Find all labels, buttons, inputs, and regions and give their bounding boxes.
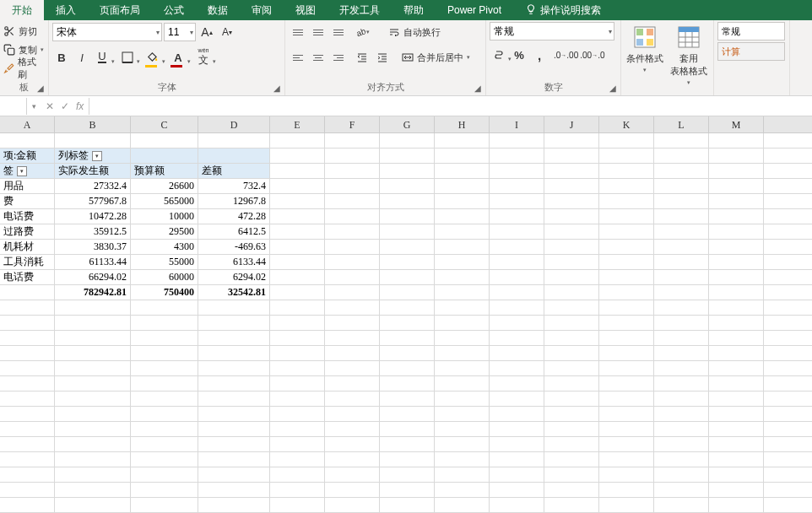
cell[interactable] [270, 240, 325, 254]
cell[interactable] [435, 392, 490, 406]
cell[interactable] [544, 407, 599, 421]
cell[interactable] [0, 331, 55, 345]
underline-button[interactable]: U▾ [93, 48, 111, 67]
cell[interactable] [0, 392, 55, 406]
align-dialog-launcher[interactable]: ◢ [472, 82, 484, 94]
cell[interactable] [599, 270, 654, 284]
merge-center-button[interactable]: 合并后居中 ▾ [398, 48, 474, 67]
cell[interactable] [131, 467, 198, 482]
cell[interactable] [490, 392, 544, 406]
cell[interactable] [380, 407, 435, 421]
cell[interactable] [0, 452, 55, 467]
cell[interactable] [0, 300, 55, 315]
align-center-button[interactable] [309, 48, 328, 67]
cell[interactable]: 26600 [131, 179, 198, 193]
cell[interactable] [599, 437, 654, 451]
cell[interactable] [599, 422, 654, 436]
col-header-H[interactable]: H [435, 116, 490, 132]
cell[interactable] [490, 346, 544, 360]
cell[interactable] [654, 179, 709, 193]
cell[interactable] [380, 209, 435, 224]
cell[interactable] [709, 422, 764, 436]
cell[interactable] [198, 331, 270, 345]
cell[interactable] [325, 133, 380, 148]
cell[interactable]: 电话费 [0, 209, 55, 224]
accounting-format-button[interactable]: ▾ [490, 46, 508, 64]
font-name-select[interactable]: 宋体 ▾ [52, 23, 162, 41]
cell[interactable] [654, 255, 709, 269]
cell[interactable] [270, 498, 325, 512]
tab-review[interactable]: 审阅 [240, 0, 284, 20]
cell[interactable] [709, 133, 764, 148]
cell[interactable]: 6412.5 [198, 224, 270, 239]
cell[interactable] [435, 422, 490, 436]
cell[interactable]: 过路费 [0, 224, 55, 239]
name-box[interactable] [0, 98, 27, 115]
border-button[interactable]: ▾ [118, 48, 137, 67]
cell[interactable] [0, 346, 55, 360]
cell[interactable] [654, 437, 709, 451]
cell[interactable] [325, 346, 380, 360]
cell[interactable] [325, 209, 380, 224]
cell[interactable] [270, 452, 325, 467]
cell[interactable] [490, 224, 544, 239]
cell[interactable] [198, 498, 270, 512]
cell[interactable] [654, 300, 709, 315]
cell[interactable] [270, 148, 325, 163]
increase-font-button[interactable]: A▴ [198, 23, 216, 41]
cell[interactable] [131, 437, 198, 451]
cell[interactable] [490, 240, 544, 254]
cell[interactable] [131, 316, 198, 330]
cell[interactable] [131, 361, 198, 375]
cell[interactable] [654, 224, 709, 239]
cell[interactable] [709, 194, 764, 208]
cell[interactable] [599, 179, 654, 193]
cell[interactable] [198, 437, 270, 451]
tab-help[interactable]: 帮助 [392, 0, 436, 20]
cell[interactable] [435, 316, 490, 330]
cell[interactable] [435, 194, 490, 208]
cell[interactable] [544, 285, 599, 300]
cell[interactable] [325, 437, 380, 451]
cell[interactable] [198, 346, 270, 360]
conditional-format-button[interactable]: 条件格式 ▾ [625, 22, 665, 95]
cell[interactable] [0, 376, 55, 391]
cell[interactable] [544, 437, 599, 451]
percent-format-button[interactable]: % [510, 46, 528, 64]
cell[interactable]: 4300 [131, 240, 198, 254]
cell[interactable] [435, 164, 490, 178]
cell[interactable] [599, 361, 654, 375]
cell[interactable] [325, 179, 380, 193]
col-header-D[interactable]: D [198, 116, 270, 132]
cell[interactable] [325, 194, 380, 208]
cell[interactable] [380, 224, 435, 239]
cell[interactable] [599, 376, 654, 391]
cell[interactable] [380, 422, 435, 436]
cell[interactable] [325, 392, 380, 406]
cell[interactable] [654, 452, 709, 467]
cell[interactable] [709, 164, 764, 178]
cell[interactable] [599, 209, 654, 224]
cell[interactable] [599, 316, 654, 330]
cell[interactable] [435, 133, 490, 148]
cell[interactable] [55, 331, 131, 345]
cell[interactable] [131, 346, 198, 360]
cell[interactable]: -469.63 [198, 240, 270, 254]
cell[interactable] [325, 300, 380, 315]
cell[interactable]: 项:金额 [0, 148, 55, 163]
col-header-C[interactable]: C [131, 116, 198, 132]
cell[interactable]: 782942.81 [55, 285, 131, 300]
cell[interactable] [0, 285, 55, 300]
cell[interactable] [270, 270, 325, 284]
cell[interactable] [325, 361, 380, 375]
cell[interactable] [131, 300, 198, 315]
cell[interactable] [544, 483, 599, 497]
cell[interactable]: 577967.8 [55, 194, 131, 208]
cell[interactable] [325, 422, 380, 436]
cell[interactable]: 预算额 [131, 164, 198, 178]
cell[interactable] [380, 270, 435, 284]
cell[interactable] [198, 376, 270, 391]
col-header-K[interactable]: K [599, 116, 654, 132]
format-painter-button[interactable]: 格式刷 [3, 59, 45, 78]
format-as-table-button[interactable]: 套用 表格格式 ▾ [669, 22, 709, 95]
